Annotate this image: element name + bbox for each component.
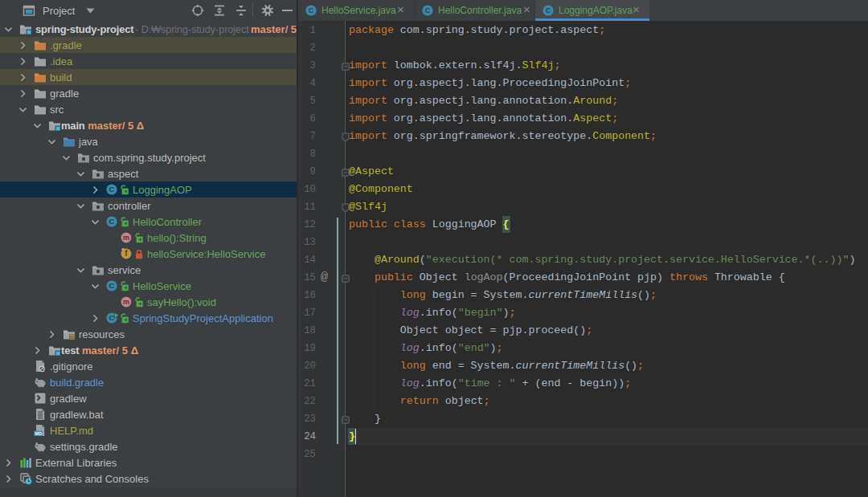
svg-text:MD: MD (35, 431, 42, 436)
svg-text:C: C (109, 281, 115, 290)
svg-text:m: m (123, 234, 129, 242)
svg-text:C: C (309, 6, 314, 14)
svg-text:C: C (425, 6, 431, 14)
svg-text:C: C (109, 313, 115, 322)
svg-text:m: m (123, 298, 129, 306)
svg-text:C: C (109, 185, 115, 194)
svg-text:C: C (109, 217, 115, 226)
svg-text:C: C (546, 6, 551, 14)
